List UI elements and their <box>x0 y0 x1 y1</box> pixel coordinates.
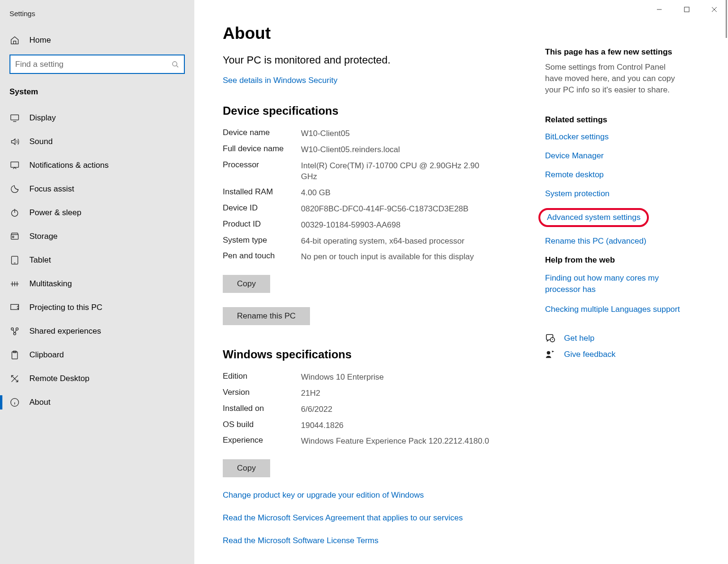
sidebar-item-tablet[interactable]: Tablet <box>0 248 194 272</box>
sidebar-item-sound[interactable]: Sound <box>0 130 194 154</box>
shared-icon <box>9 327 20 336</box>
spec-val: 0820F8BC-DFC0-414F-9C56-C1873CD3E28B <box>301 203 468 215</box>
give-feedback-link[interactable]: Give feedback <box>545 349 682 360</box>
product-key-link[interactable]: Change product key or upgrade your editi… <box>223 491 545 500</box>
page-title: About <box>223 24 545 43</box>
svg-point-10 <box>14 333 16 335</box>
sidebar-item-label: Clipboard <box>29 350 64 360</box>
related-link-rename-advanced[interactable]: Rename this PC (advanced) <box>545 237 682 246</box>
power-icon <box>9 208 20 218</box>
sidebar-item-label: Multitasking <box>29 279 72 289</box>
feedback-icon <box>545 349 555 360</box>
sidebar-item-clipboard[interactable]: Clipboard <box>0 343 194 367</box>
sidebar-item-display[interactable]: Display <box>0 106 194 130</box>
spec-val: Windows 10 Enterprise <box>301 372 384 383</box>
sidebar-item-focus[interactable]: Focus assist <box>0 177 194 201</box>
svg-point-5 <box>12 236 14 237</box>
sidebar-home[interactable]: Home <box>0 31 194 50</box>
spec-key: Experience <box>223 436 301 447</box>
sidebar-item-label: Focus assist <box>29 184 74 194</box>
sidebar-item-label: Remote Desktop <box>29 374 90 383</box>
chat-icon <box>545 333 555 344</box>
spec-key: Device name <box>223 128 301 139</box>
about-icon <box>9 398 20 407</box>
spec-val: 4.00 GB <box>301 187 330 199</box>
related-link-bitlocker[interactable]: BitLocker settings <box>545 132 682 142</box>
spec-val: W10-Client05.reinders.local <box>301 144 400 155</box>
maximize-button[interactable] <box>673 0 701 19</box>
sidebar-item-about[interactable]: About <box>0 391 194 414</box>
svg-rect-1 <box>11 115 19 120</box>
spec-key: Edition <box>223 372 301 383</box>
copy-device-button[interactable]: Copy <box>223 275 270 293</box>
copy-windows-button[interactable]: Copy <box>223 459 270 477</box>
sidebar-item-remote[interactable]: Remote Desktop <box>0 367 194 391</box>
license-terms-link[interactable]: Read the Microsoft Software License Term… <box>223 536 545 546</box>
svg-rect-2 <box>11 162 18 167</box>
minimize-button[interactable] <box>646 0 673 19</box>
sidebar-item-label: Notifications & actions <box>29 161 109 170</box>
spec-val: 6/6/2022 <box>301 404 332 415</box>
sidebar-item-projecting[interactable]: Projecting to this PC <box>0 296 194 319</box>
spec-key: Pen and touch <box>223 251 301 263</box>
spec-val: 19044.1826 <box>301 420 344 431</box>
sidebar-item-label: Power & sleep <box>29 208 82 218</box>
sidebar-item-shared[interactable]: Shared experiences <box>0 319 194 343</box>
spec-val: Windows Feature Experience Pack 120.2212… <box>301 436 489 447</box>
spec-key: Product ID <box>223 219 301 231</box>
projecting-icon <box>9 303 20 312</box>
help-heading: Help from the web <box>545 255 682 265</box>
home-icon <box>9 36 20 45</box>
services-agreement-link[interactable]: Read the Microsoft Services Agreement th… <box>223 513 545 523</box>
sidebar-item-label: Shared experiences <box>29 327 101 336</box>
scrollbar-thumb[interactable] <box>726 0 727 38</box>
related-link-advanced-system[interactable]: Advanced system settings <box>538 208 649 227</box>
feedback-label: Give feedback <box>564 350 616 359</box>
sidebar-item-notifications[interactable]: Notifications & actions <box>0 154 194 177</box>
sidebar-item-multitasking[interactable]: Multitasking <box>0 272 194 296</box>
home-label: Home <box>29 36 51 45</box>
spec-key: Installed RAM <box>223 187 301 199</box>
sidebar-item-power[interactable]: Power & sleep <box>0 201 194 225</box>
rename-pc-button[interactable]: Rename this PC <box>223 307 310 325</box>
new-settings-heading: This page has a few new settings <box>545 47 682 57</box>
svg-point-15 <box>547 351 550 355</box>
help-link-languages[interactable]: Checking multiple Languages support <box>545 305 682 314</box>
related-heading: Related settings <box>545 115 682 125</box>
spec-val: 64-bit operating system, x64-based proce… <box>301 236 464 247</box>
search-wrap <box>9 55 185 74</box>
spec-val: W10-Client05 <box>301 128 350 139</box>
window-controls <box>646 0 728 19</box>
search-icon <box>172 61 179 68</box>
spec-key: Device ID <box>223 203 301 215</box>
sidebar-item-label: Storage <box>29 232 58 241</box>
related-link-remote-desktop[interactable]: Remote desktop <box>545 170 682 180</box>
spec-key: Full device name <box>223 144 301 155</box>
help-link-cores[interactable]: Finding out how many cores my processor … <box>545 273 682 295</box>
sidebar-item-label: Tablet <box>29 255 51 265</box>
security-link[interactable]: See details in Windows Security <box>223 76 337 85</box>
get-help-label: Get help <box>564 334 594 343</box>
windows-spec-heading: Windows specifications <box>223 348 545 361</box>
window-title: Settings <box>0 5 194 31</box>
spec-key: System type <box>223 236 301 247</box>
get-help-link[interactable]: Get help <box>545 333 682 344</box>
sidebar-item-storage[interactable]: Storage <box>0 225 194 248</box>
main-content: About Your PC is monitored and protected… <box>223 24 545 545</box>
spec-key: Installed on <box>223 404 301 415</box>
new-settings-text: Some settings from Control Panel have mo… <box>545 62 682 95</box>
notifications-icon <box>9 161 20 170</box>
sidebar-section-label: System <box>0 84 194 106</box>
spec-val: No pen or touch input is available for t… <box>301 251 474 263</box>
device-spec-heading: Device specifications <box>223 104 545 118</box>
search-input[interactable] <box>9 55 185 74</box>
main: About Your PC is monitored and protected… <box>194 0 728 564</box>
related-link-system-protection[interactable]: System protection <box>545 189 682 199</box>
close-button[interactable] <box>701 0 728 19</box>
svg-rect-16 <box>684 7 689 12</box>
sidebar-item-label: About <box>29 398 50 407</box>
sound-icon <box>9 137 20 146</box>
spec-key: Processor <box>223 160 301 183</box>
svg-point-0 <box>173 62 177 66</box>
related-link-device-manager[interactable]: Device Manager <box>545 151 682 161</box>
